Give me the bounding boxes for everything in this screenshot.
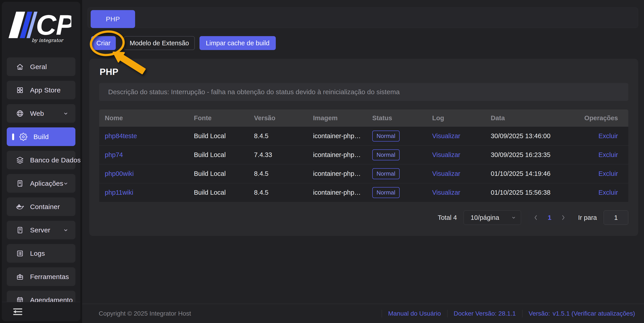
chevron-down-icon: [63, 110, 69, 116]
sidebar-item-label: Banco de Dados: [30, 156, 80, 164]
sidebar-item-web[interactable]: Web: [7, 104, 76, 123]
build-name-link[interactable]: php00wiki: [105, 170, 134, 177]
status-badge: Normal: [372, 187, 400, 198]
prev-page-icon[interactable]: [534, 214, 538, 221]
sidebar-nav: Geral App Store Web Build: [2, 58, 80, 309]
table-header-row: Nome Fonte Versão Imagem Status Log Data…: [99, 110, 628, 126]
pagination-bar: Total 4 10/página 1 Ir para: [438, 210, 628, 225]
build-name-link[interactable]: php74: [105, 151, 123, 158]
pagination-total: Total 4: [438, 214, 457, 222]
status-badge: Normal: [372, 168, 400, 179]
divider: [382, 310, 382, 318]
visualizar-log-link[interactable]: Visualizar: [432, 189, 460, 196]
chevron-down-icon: [511, 215, 516, 220]
version-update-link[interactable]: v1.5.1 (Verificar atualizações): [553, 310, 635, 317]
php-panel: PHP Descrição do status: Interrupção - f…: [89, 59, 638, 236]
server-icon: [16, 226, 24, 234]
layers-icon: [16, 156, 24, 164]
sidebar-footer: [2, 302, 80, 321]
chevron-down-icon: [63, 180, 69, 186]
page-title: PHP: [100, 67, 118, 77]
sidebar-item-label: Build: [34, 133, 49, 141]
sidebar-item-label: Container: [30, 203, 60, 210]
excluir-link[interactable]: Excluir: [598, 170, 618, 177]
sidebar-item-label: App Store: [30, 86, 60, 94]
active-indicator: [12, 134, 14, 140]
visualizar-log-link[interactable]: Visualizar: [432, 170, 460, 177]
home-icon: [16, 62, 24, 71]
logs-icon: [16, 249, 24, 258]
table-row: php84teste Build Local 8.4.5 icontainer-…: [99, 126, 628, 145]
criar-button[interactable]: Criar: [91, 36, 116, 50]
status-badge: Normal: [372, 130, 400, 142]
page-size-select[interactable]: 10/página: [464, 210, 521, 225]
gear-icon: [19, 132, 28, 141]
sidebar-item-logs[interactable]: Logs: [7, 244, 76, 263]
icp-dashboard: { "brand": { "logo_text": "CP", "tagline…: [0, 0, 644, 323]
build-name-link[interactable]: php84teste: [105, 132, 137, 140]
sidebar-item-label: Web: [30, 110, 44, 117]
sidebar-item-label: Aplicações: [30, 180, 63, 187]
toolbox-icon: [16, 272, 24, 281]
divider: [447, 310, 448, 318]
sidebar-item-container[interactable]: Container: [7, 198, 76, 216]
chevron-down-icon: [63, 227, 69, 233]
sidebar-item-label: Logs: [30, 250, 45, 257]
manual-usuario-link[interactable]: Manual do Usuário: [388, 310, 441, 317]
status-badge: Normal: [372, 150, 400, 160]
sidebar-item-aplicacoes[interactable]: Aplicações: [7, 174, 76, 193]
table-row: php00wiki Build Local 8.4.5 icontainer-p…: [99, 164, 628, 183]
icp-logo-icon: CP: [2, 10, 71, 41]
sidebar-item-server[interactable]: Server: [7, 221, 76, 239]
excluir-link[interactable]: Excluir: [598, 189, 618, 196]
docker-version-link[interactable]: Docker Versão: 28.1.1: [454, 310, 516, 317]
app-server-icon: [16, 179, 24, 188]
tab-php[interactable]: PHP: [91, 10, 135, 28]
sidebar-item-banco-de-dados[interactable]: Banco de Dados: [7, 151, 76, 169]
brand-logo: CP by integrator: [2, 2, 80, 58]
status-description-box: Descrição do status: Interrupção - falha…: [99, 83, 628, 101]
modelo-extensao-button[interactable]: Modelo de Extensão: [124, 36, 195, 50]
visualizar-log-link[interactable]: Visualizar: [432, 151, 460, 158]
build-name-link[interactable]: php11wiki: [105, 189, 133, 196]
current-page[interactable]: 1: [548, 214, 552, 222]
sidebar-item-label: Ferramentas: [30, 273, 69, 280]
visualizar-log-link[interactable]: Visualizar: [432, 132, 460, 140]
divider: [522, 310, 522, 318]
excluir-link[interactable]: Excluir: [598, 132, 618, 140]
version-label: Versão:: [529, 310, 550, 317]
docker-whale-icon: [16, 202, 24, 211]
goto-page-label: Ir para: [578, 214, 597, 222]
footer-links: Manual do Usuário Docker Versão: 28.1.1 …: [382, 310, 635, 318]
sidebar-item-app-store[interactable]: App Store: [7, 81, 76, 99]
goto-page-input[interactable]: [604, 210, 628, 225]
sidebar-item-build[interactable]: Build: [7, 128, 76, 146]
footer: Copyright © 2025 Integrator Host Manual …: [82, 304, 644, 323]
collapse-sidebar-icon[interactable]: [12, 308, 23, 316]
table-row: php11wiki Build Local 8.4.5 icontainer-p…: [99, 183, 628, 202]
pager: 1: [528, 210, 571, 225]
sidebar-item-label: Geral: [30, 63, 47, 71]
sidebar-item-label: Server: [30, 226, 50, 234]
sidebar-item-ferramentas[interactable]: Ferramentas: [7, 267, 76, 286]
globe-icon: [16, 109, 24, 118]
grid-icon: [16, 86, 24, 94]
module-tabbar: PHP: [88, 8, 638, 28]
next-page-icon[interactable]: [562, 214, 566, 221]
table-row: php74 Build Local 7.4.33 icontainer-php……: [99, 145, 628, 164]
limpar-cache-button[interactable]: Limpar cache de build: [200, 36, 276, 50]
svg-text:CP: CP: [36, 10, 71, 41]
sidebar: CP by integrator Geral App Store Web: [2, 2, 80, 321]
copyright-text: Copyright © 2025 Integrator Host: [99, 310, 191, 317]
php-builds-table: Nome Fonte Versão Imagem Status Log Data…: [99, 110, 628, 202]
excluir-link[interactable]: Excluir: [598, 151, 618, 158]
sidebar-item-geral[interactable]: Geral: [7, 58, 76, 76]
